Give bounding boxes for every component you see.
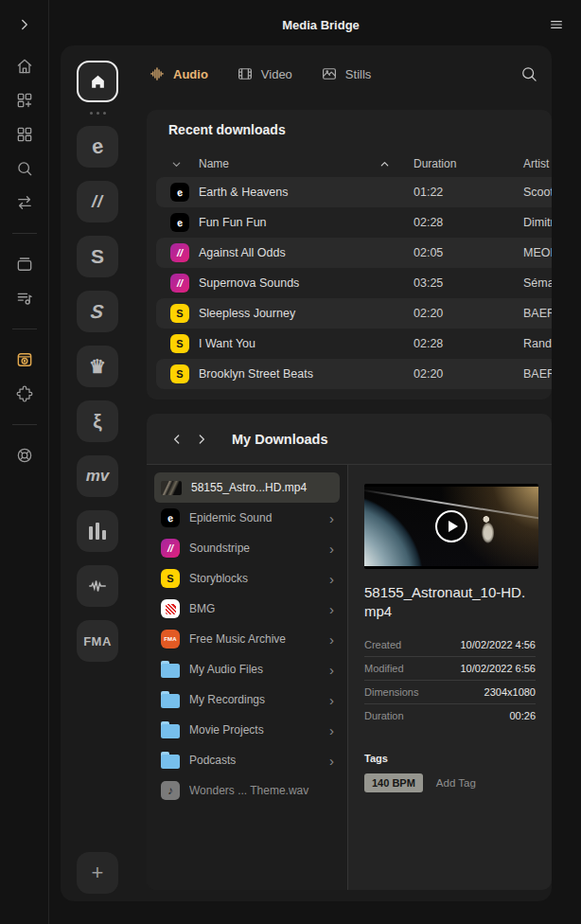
bars-app-icon[interactable]	[77, 510, 118, 552]
chevron-right-icon: ›	[329, 693, 334, 707]
free-music-archive-app-icon[interactable]: FMA	[77, 620, 118, 662]
meta-row-created: Created 10/02/2022 4:56	[364, 633, 536, 657]
scribble-app-icon[interactable]: ξ	[77, 400, 118, 442]
metadata-list: Created 10/02/2022 4:56 Modified 10/02/2…	[364, 633, 536, 728]
expand-sidebar-chevron-icon[interactable]	[15, 15, 34, 34]
select-all-chevron-icon[interactable]	[170, 158, 183, 170]
list-item-my-audio-files[interactable]: My Audio Files ›	[154, 654, 340, 684]
music-note-icon: ♪	[161, 781, 180, 800]
epidemic-sound-icon: e	[170, 213, 189, 232]
chevron-right-icon: ›	[329, 542, 334, 556]
top-bar: Media Bridge	[49, 0, 581, 45]
list-item-my-recordings[interactable]: My Recordings ›	[154, 684, 340, 715]
recent-downloads-card: Recent downloads Name Duration Artist e …	[147, 110, 552, 400]
chevron-right-icon: ›	[329, 754, 334, 768]
list-item-audio-file[interactable]: ♪ Wonders ... Theme.wav	[154, 775, 340, 806]
crown-app-icon[interactable]: ♛	[77, 346, 118, 387]
apps-grid-icon[interactable]	[15, 125, 34, 144]
tab-stills-label: Stills	[345, 67, 371, 81]
tag-pill[interactable]: 140 BPM	[364, 773, 423, 792]
sidebar-divider	[12, 233, 37, 234]
search-icon[interactable]	[15, 159, 34, 178]
content-area: Audio Video Stills Recent downloads	[134, 45, 552, 901]
meta-row-dimensions: Dimensions 2304x1080	[364, 681, 536, 704]
tab-stills[interactable]: Stills	[321, 65, 371, 82]
play-button-icon[interactable]	[435, 510, 467, 542]
column-header-duration[interactable]: Duration	[414, 157, 523, 170]
s-zigzag-app-icon[interactable]: S	[77, 291, 118, 332]
plugins-puzzle-icon[interactable]	[15, 384, 34, 403]
home-icon[interactable]	[15, 57, 34, 76]
my-downloads-header: My Downloads	[147, 414, 552, 465]
meta-row-modified: Modified 10/02/2022 6:56	[364, 657, 536, 681]
library-tray-icon[interactable]	[15, 255, 34, 274]
film-icon	[237, 65, 254, 82]
list-item-epidemic-sound[interactable]: e Epidemic Sound ›	[154, 503, 340, 533]
sort-ascending-icon	[379, 158, 391, 170]
chevron-right-icon: ›	[329, 663, 334, 677]
column-header-name[interactable]: Name	[199, 157, 414, 170]
table-row[interactable]: // Supernova Sounds 03:25 Séman	[156, 268, 552, 298]
bmg-icon	[161, 599, 180, 618]
list-item-video-file[interactable]: 58155_Astro...HD.mp4	[154, 472, 340, 503]
rail-home-button[interactable]	[77, 61, 118, 102]
image-icon	[321, 65, 338, 82]
folder-icon	[161, 724, 180, 738]
list-item-storyblocks[interactable]: S Storyblocks ›	[154, 563, 340, 594]
table-row[interactable]: e Earth & Heavens 01:22 Scoote	[156, 177, 552, 207]
storyblocks-icon: S	[161, 569, 180, 588]
column-header-artist[interactable]: Artist	[523, 157, 552, 170]
chevron-right-icon: ›	[329, 572, 334, 586]
main-panel: e // S S ♛ ξ mv FMA + Audio Vi	[61, 45, 552, 901]
preview-filename: 58155_Astronaut_10-HD.mp4	[364, 583, 535, 622]
music-queue-icon[interactable]	[15, 289, 34, 308]
folder-icon	[161, 694, 180, 708]
video-thumbnail-mini-icon	[161, 481, 182, 495]
hamburger-menu-icon[interactable]	[548, 17, 565, 32]
sidebar-divider	[12, 424, 37, 425]
folder-icon	[161, 755, 180, 769]
tab-audio[interactable]: Audio	[149, 65, 208, 82]
transfer-arrows-icon[interactable]	[15, 193, 34, 212]
back-chevron-icon[interactable]	[169, 432, 185, 447]
soundstripe-app-icon[interactable]: //	[77, 181, 118, 222]
table-row[interactable]: S Sleepless Journey 02:20 BAER	[156, 298, 552, 329]
table-row[interactable]: // Against All Odds 02:05 MEODI	[156, 238, 552, 268]
add-tag-button[interactable]: Add Tag	[436, 777, 476, 789]
storyblocks-icon: S	[170, 364, 189, 383]
media-type-tabs: Audio Video Stills	[134, 45, 552, 97]
left-sidebar	[0, 0, 49, 924]
list-item-movie-projects[interactable]: Movie Projects ›	[154, 715, 340, 745]
file-list: 58155_Astro...HD.mp4 e Epidemic Sound › …	[147, 465, 348, 890]
media-bridge-icon[interactable]	[15, 350, 34, 369]
table-header: Name Duration Artist	[147, 151, 552, 177]
chevron-right-icon: ›	[329, 723, 334, 737]
table-row[interactable]: S I Want You 02:28 Randy	[156, 329, 552, 359]
add-widget-grid-icon[interactable]	[15, 91, 34, 110]
my-downloads-body: 58155_Astro...HD.mp4 e Epidemic Sound › …	[147, 465, 552, 890]
preview-pane: 58155_Astronaut_10-HD.mp4 Created 10/02/…	[348, 465, 552, 890]
epidemic-sound-icon: e	[161, 508, 180, 527]
list-item-podcasts[interactable]: Podcasts ›	[154, 745, 340, 775]
epidemic-sound-app-icon[interactable]: e	[77, 126, 118, 168]
tab-video-label: Video	[261, 67, 292, 81]
list-item-bmg[interactable]: BMG ›	[154, 594, 340, 624]
tags-label: Tags	[364, 753, 536, 764]
list-item-free-music-archive[interactable]: FMA Free Music Archive ›	[154, 624, 340, 654]
tab-video[interactable]: Video	[237, 65, 292, 82]
content-search-icon[interactable]	[519, 64, 538, 83]
tags-section: Tags 140 BPM Add Tag	[364, 753, 536, 792]
add-source-button[interactable]: +	[77, 852, 118, 894]
video-preview-thumbnail[interactable]	[364, 484, 538, 569]
musicvine-app-icon[interactable]: mv	[77, 455, 118, 497]
table-row[interactable]: e Fun Fun Fun 02:28 Dimitr	[156, 207, 552, 238]
table-row[interactable]: S Brooklyn Street Beats 02:20 BAER	[156, 359, 552, 389]
help-lifering-icon[interactable]	[15, 446, 34, 465]
list-item-soundstripe[interactable]: // Soundstripe ›	[154, 533, 340, 563]
app-title: Media Bridge	[61, 18, 581, 32]
epidemic-sound-icon: e	[170, 183, 189, 202]
forward-chevron-icon[interactable]	[194, 432, 209, 447]
storyblocks-app-icon[interactable]: S	[77, 236, 118, 277]
meta-row-duration: Duration 00:26	[364, 704, 536, 728]
waveform-app-icon[interactable]	[77, 565, 118, 607]
